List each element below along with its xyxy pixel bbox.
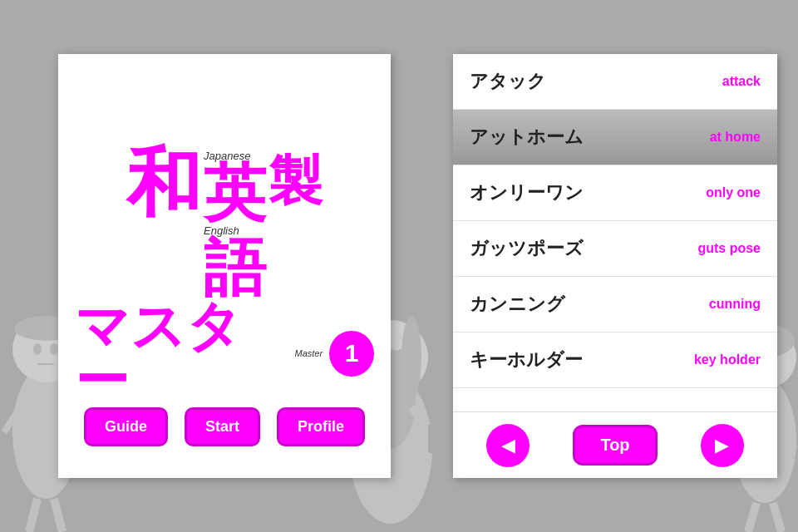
kanji-go: 語 [204, 237, 266, 299]
guide-button[interactable]: Guide [84, 407, 168, 446]
word-japanese: アタック [470, 69, 546, 94]
svg-line-26 [748, 503, 756, 532]
svg-rect-18 [428, 424, 445, 453]
word-japanese: ガッツポーズ [470, 236, 584, 261]
word-row[interactable]: アタックattack [453, 54, 777, 110]
right-nav: ◀ Top ▶ [453, 411, 777, 478]
svg-point-16 [396, 349, 406, 362]
word-japanese: カンニング [470, 292, 565, 317]
kanji-master: マスター [75, 299, 292, 407]
word-japanese: オンリーワン [470, 180, 584, 205]
back-button[interactable]: ◀ [486, 424, 530, 467]
title-line1: 和 Japanese 英 English 語 製 [126, 145, 323, 299]
word-row[interactable]: カンニングcunning [453, 277, 777, 332]
word-row[interactable]: オンリーワンonly one [453, 165, 777, 221]
svg-point-4 [50, 343, 58, 355]
bottom-buttons: Guide Start Profile [84, 407, 365, 446]
word-english: only one [706, 185, 761, 200]
kanji-wa: 和 [126, 145, 201, 220]
svg-line-9 [54, 499, 62, 532]
word-english: key holder [694, 352, 761, 367]
master-label: Master [295, 348, 323, 358]
word-english: guts pose [697, 241, 761, 256]
word-japanese: アットホーム [470, 125, 584, 150]
top-button[interactable]: Top [573, 425, 657, 466]
title-line2: マスター Master 1 [75, 299, 374, 407]
kanji-ei: 英 [204, 162, 266, 224]
book-cover-panel: 和 Japanese 英 English 語 製 マスター Master 1 G… [58, 54, 391, 478]
word-row[interactable]: アットホームat home [453, 110, 777, 165]
word-list: アタックattackアットホームat homeオンリーワンonly oneガッツ… [453, 54, 777, 411]
profile-button[interactable]: Profile [277, 407, 365, 446]
word-english: cunning [709, 297, 761, 312]
svg-line-27 [773, 503, 781, 532]
word-list-panel: アタックattackアットホームat homeオンリーワンonly oneガッツ… [453, 54, 777, 478]
kanji-sei: 製 [268, 154, 323, 208]
forward-button[interactable]: ▶ [701, 424, 744, 467]
word-row[interactable]: キーホルダーkey holder [453, 332, 777, 388]
number-circle: 1 [329, 331, 374, 377]
svg-point-3 [33, 343, 42, 355]
word-japanese: キーホルダー [470, 347, 583, 372]
word-english: at home [710, 130, 761, 145]
word-row[interactable]: ガッツポーズguts pose [453, 221, 777, 277]
book-logo: 和 Japanese 英 English 語 製 マスター Master 1 [75, 145, 374, 407]
small-labels: Japanese 英 English 語 [204, 145, 266, 299]
svg-line-8 [29, 499, 37, 532]
word-english: attack [722, 74, 761, 89]
start-button[interactable]: Start [185, 407, 260, 446]
